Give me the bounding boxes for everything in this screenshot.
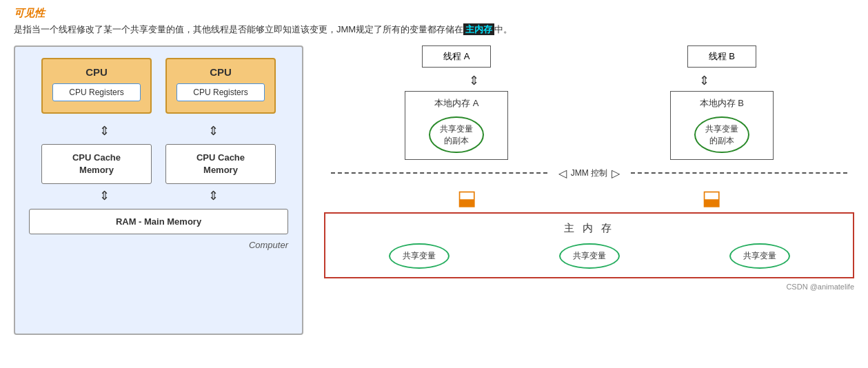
main-mem-title: 主 内 存 [334,222,845,235]
cpu1-box: CPU CPU Registers [41,58,152,114]
shared-var1-oval: 共享变量 [389,243,450,269]
shared-var2-oval: 共享变量 [559,243,620,269]
local-mem-a-box: 本地内存 A 共享变量的副本 [405,91,508,160]
cache2-label: CPU CacheMemory [196,152,245,175]
local-mem-b-title: 本地内存 B [700,97,744,110]
shared-var1-label: 共享变量 [403,251,436,260]
jmm-control-row: ◁ JMM 控制 ▷ [324,164,854,183]
thread-a-arrow: ⇕ [469,72,479,90]
cpu-row: CPU CPU Registers CPU CPU Registers [29,58,288,114]
thread-a-box: 线程 A [422,45,491,68]
shared-var3-label: 共享变量 [743,251,776,260]
thread-b-label: 线程 B [709,51,735,61]
cpu2-title: CPU [176,66,265,78]
arrow-left: ◁ [558,167,567,180]
cache1-label: CPU CacheMemory [72,152,121,175]
jmm-diagram: 线程 A 线程 B ⇕ ⇕ 本地内存 A 共享变量的副本 [324,45,854,291]
desc-text: 是指当一个线程修改了某一个共享变量的值，其他线程是否能够立即知道该变更，JMM规… [14,24,463,34]
thread-b-arrow: ⇕ [699,72,709,90]
jmm-label: JMM 控制 [571,167,607,179]
local-mem-a-title: 本地内存 A [434,97,478,110]
cpu2-registers: CPU Registers [176,83,265,101]
cache1-arrow-down: ⇕ [99,187,110,205]
page-description: 是指当一个线程修改了某一个共享变量的值，其他线程是否能够立即知道该变更，JMM规… [14,23,854,37]
cpu2-box: CPU CPU Registers [165,58,276,114]
highlight-main-memory: 主内存 [463,23,494,35]
cpu1-arrow-down: ⇕ [99,122,110,140]
main-mem-box: 主 内 存 共享变量 共享变量 共享变量 [324,212,854,278]
ram-label: RAM - Main Memory [116,216,201,227]
shared-ovals-row: 共享变量 共享变量 共享变量 [334,243,845,269]
page-container: 可见性 是指当一个线程修改了某一个共享变量的值，其他线程是否能够立即知道该变更，… [14,7,854,335]
cpu1-title: CPU [52,66,141,78]
shared-var3-oval: 共享变量 [729,243,790,269]
cpu2-arrow-down: ⇕ [208,122,219,140]
jmm-dotted-right [631,172,847,174]
page-title: 可见性 [14,7,854,20]
csdn-credit: CSDN @animatelife [324,283,854,291]
cache-row: CPU CacheMemory CPU CacheMemory [29,141,288,184]
shared-var2-label: 共享变量 [573,251,606,260]
cpu1-registers: CPU Registers [52,83,141,101]
computer-diagram: CPU CPU Registers CPU CPU Registers ⇕ ⇕ … [14,45,303,335]
shared-copy-a-oval: 共享变量的副本 [429,116,484,154]
local-mem-b-box: 本地内存 B 共享变量的副本 [670,91,774,160]
shared-copy-b-oval: 共享变量的副本 [694,116,749,154]
main-content: CPU CPU Registers CPU CPU Registers ⇕ ⇕ … [14,45,854,335]
cache1-box: CPU CacheMemory [41,144,152,184]
shared-copy-a-label: 共享变量的副本 [440,124,473,145]
ram-box: RAM - Main Memory [29,209,288,234]
jmm-dotted-left [331,172,547,174]
orange-arrow-left: ⬓ [457,185,476,209]
cache2-arrow-down: ⇕ [208,187,219,205]
orange-arrow-right: ⬓ [702,185,721,209]
thread-a-label: 线程 A [443,51,470,61]
desc-suffix: 中。 [494,24,512,34]
computer-label: Computer [29,240,288,250]
arrow-right: ▷ [612,167,620,180]
cache2-box: CPU CacheMemory [165,144,276,184]
thread-b-box: 线程 B [687,45,756,68]
shared-copy-b-label: 共享变量的副本 [705,124,738,145]
